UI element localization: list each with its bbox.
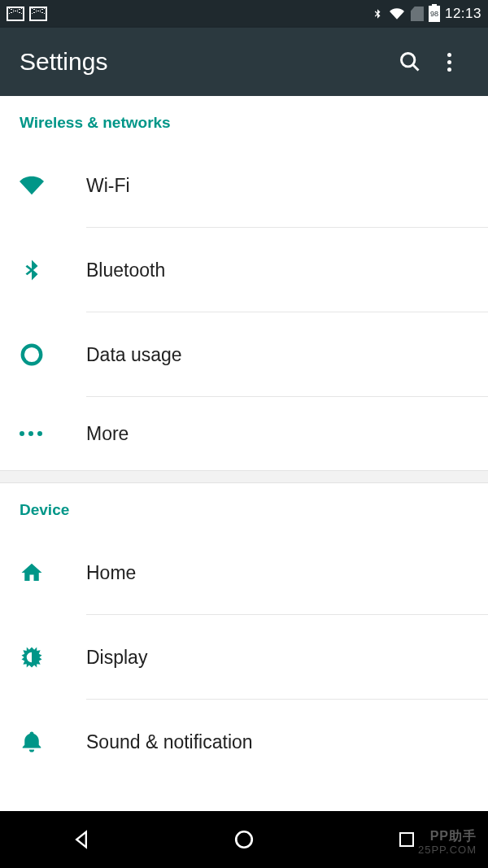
clock: 12:13 xyxy=(445,6,481,22)
bluetooth-status-icon xyxy=(372,6,383,22)
page-title: Settings xyxy=(20,48,390,76)
settings-item-bluetooth[interactable]: Bluetooth xyxy=(0,228,488,312)
more-icon xyxy=(20,431,44,436)
settings-item-label: Data usage xyxy=(65,344,468,366)
notification-mail-icon xyxy=(7,7,24,21)
app-bar: Settings xyxy=(0,28,488,96)
home-nav-icon xyxy=(233,829,255,850)
svg-point-3 xyxy=(236,831,252,848)
settings-item-label: Display xyxy=(65,647,468,669)
settings-item-label: Home xyxy=(65,562,468,584)
svg-point-0 xyxy=(402,54,415,67)
svg-point-2 xyxy=(23,346,41,364)
bell-icon xyxy=(20,730,44,754)
settings-item-data-usage[interactable]: Data usage xyxy=(0,312,488,397)
home-button[interactable] xyxy=(211,823,277,856)
wifi-status-icon xyxy=(388,7,406,21)
recents-button[interactable] xyxy=(374,823,439,856)
svg-rect-4 xyxy=(400,833,413,846)
settings-item-home[interactable]: Home xyxy=(0,530,488,615)
settings-item-label: More xyxy=(65,423,468,445)
search-button[interactable] xyxy=(390,42,429,81)
section-divider xyxy=(0,470,488,483)
settings-item-display[interactable]: Display xyxy=(0,615,488,700)
settings-item-label: Wi-Fi xyxy=(65,175,468,197)
settings-item-label: Bluetooth xyxy=(65,260,468,281)
status-bar: 98 12:13 xyxy=(0,0,488,28)
recents-icon xyxy=(397,830,416,849)
settings-item-more[interactable]: More xyxy=(0,397,488,470)
settings-item-sound[interactable]: Sound & notification xyxy=(0,700,488,784)
bluetooth-icon xyxy=(20,258,44,282)
notification-mail-icon xyxy=(29,7,47,21)
data-usage-icon xyxy=(20,342,44,367)
search-icon xyxy=(399,50,421,73)
svg-line-1 xyxy=(413,65,419,71)
section-header-wireless: Wireless & networks xyxy=(0,96,488,143)
battery-icon: 98 xyxy=(429,6,440,22)
settings-list: Wireless & networks Wi-Fi Bluetooth Data… xyxy=(0,96,488,784)
overflow-icon xyxy=(447,53,451,72)
sim-off-icon xyxy=(411,7,424,21)
back-button[interactable] xyxy=(49,823,114,856)
settings-item-wifi[interactable]: Wi-Fi xyxy=(0,143,488,228)
wifi-icon xyxy=(20,173,44,198)
display-icon xyxy=(20,645,44,670)
back-icon xyxy=(70,828,93,851)
section-header-device: Device xyxy=(0,483,488,530)
home-icon xyxy=(20,560,44,585)
overflow-menu-button[interactable] xyxy=(429,42,468,81)
navigation-bar xyxy=(0,811,488,868)
settings-item-label: Sound & notification xyxy=(65,731,468,753)
